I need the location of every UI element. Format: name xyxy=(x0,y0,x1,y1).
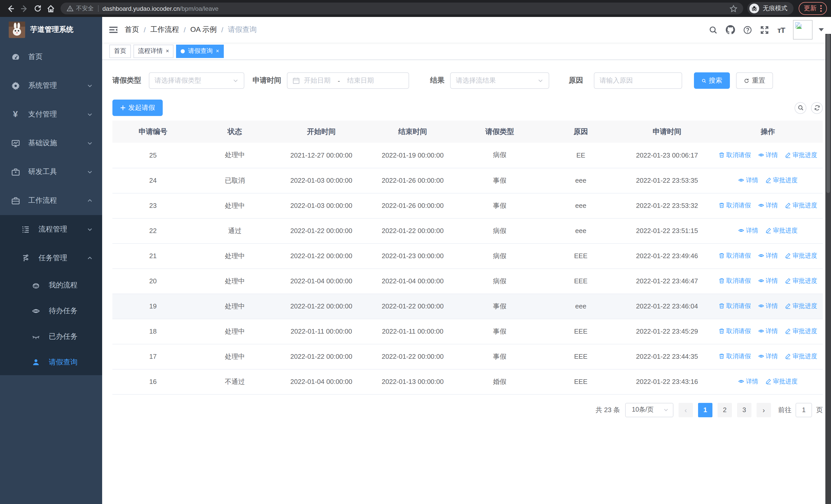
detail-link[interactable]: 详情 xyxy=(758,352,778,361)
detail-link[interactable]: 详情 xyxy=(758,201,778,210)
approval-progress-link[interactable]: 审批进度 xyxy=(785,251,817,260)
col-leave-type: 请假类型 xyxy=(459,121,541,143)
next-page-button[interactable]: › xyxy=(756,403,771,417)
cancel-leave-link[interactable]: 取消请假 xyxy=(719,251,751,260)
reason-input[interactable]: 请输入原因 xyxy=(594,72,682,89)
detail-link[interactable]: 详情 xyxy=(738,377,758,386)
avatar[interactable] xyxy=(793,20,812,39)
browser-scrollbar[interactable] xyxy=(825,34,831,504)
sidebar-item-system[interactable]: 系统管理 xyxy=(0,71,102,100)
create-leave-button[interactable]: 发起请假 xyxy=(112,99,163,116)
sidebar-item-done-tasks[interactable]: 已办任务 xyxy=(0,324,102,350)
breadcrumb-item-home[interactable]: 首页 xyxy=(125,25,139,34)
browser-home-button[interactable] xyxy=(44,2,57,15)
sidebar-item-payment[interactable]: ¥ 支付管理 xyxy=(0,100,102,129)
page-button-1[interactable]: 1 xyxy=(698,403,712,417)
apply-time-range-picker[interactable]: 开始日期 - 结束日期 xyxy=(287,72,409,89)
cell-end-time: 2022-01-13 00:00:00 xyxy=(367,369,459,394)
sidebar-item-task-management[interactable]: 任务管理 xyxy=(0,244,102,272)
sidebar-item-workflow[interactable]: 工作流程 xyxy=(0,186,102,215)
detail-link[interactable]: 详情 xyxy=(738,226,758,235)
sidebar-item-my-process[interactable]: 我的流程 xyxy=(0,272,102,298)
cancel-leave-link[interactable]: 取消请假 xyxy=(719,277,751,285)
update-label: 更新 xyxy=(804,4,816,13)
sidebar-item-todo-tasks[interactable]: 待办任务 xyxy=(0,298,102,324)
sidebar-item-home[interactable]: 首页 xyxy=(0,42,102,71)
detail-link[interactable]: 详情 xyxy=(738,176,758,185)
help-icon[interactable] xyxy=(744,25,752,34)
browser-reload-button[interactable] xyxy=(31,2,44,15)
refresh-table-button[interactable] xyxy=(811,102,823,114)
eye-icon xyxy=(738,228,744,234)
leave-type-select[interactable]: 请选择请假类型 xyxy=(149,72,244,89)
approval-progress-link[interactable]: 审批进度 xyxy=(785,327,817,336)
pagination-total: 共 23 条 xyxy=(596,405,620,414)
page-button-3[interactable]: 3 xyxy=(737,403,751,417)
tab-leave-query[interactable]: 请假查询 × xyxy=(176,45,224,58)
reset-button[interactable]: 重置 xyxy=(736,72,773,89)
search-icon[interactable] xyxy=(709,25,718,34)
avatar-dropdown-caret[interactable] xyxy=(819,28,824,31)
tab-home[interactable]: 首页 xyxy=(109,45,131,58)
detail-link[interactable]: 详情 xyxy=(758,302,778,310)
approval-progress-link[interactable]: 审批进度 xyxy=(765,377,798,386)
approval-progress-link[interactable]: 审批进度 xyxy=(785,201,817,210)
sidebar-item-label: 首页 xyxy=(28,52,42,62)
tab-process-detail[interactable]: 流程详情 × xyxy=(134,45,174,58)
search-button[interactable]: 搜索 xyxy=(694,72,730,89)
browser-menu-icon[interactable] xyxy=(820,5,822,12)
sidebar-collapse-icon[interactable] xyxy=(102,17,125,42)
detail-link[interactable]: 详情 xyxy=(758,251,778,260)
navbar: 首页 / 工作流程 / OA 示例 / 请假查询 ᴛT xyxy=(102,17,831,42)
pen-icon xyxy=(785,203,791,209)
prev-page-button[interactable]: ‹ xyxy=(679,403,693,417)
fullscreen-icon[interactable] xyxy=(761,25,769,34)
detail-link[interactable]: 详情 xyxy=(758,327,778,336)
cancel-leave-link[interactable]: 取消请假 xyxy=(719,201,751,210)
eye-icon xyxy=(31,307,41,315)
approval-progress-link[interactable]: 审批进度 xyxy=(785,352,817,361)
scrollbar-thumb[interactable] xyxy=(826,34,830,193)
approval-progress-link[interactable]: 审批进度 xyxy=(785,151,817,159)
close-icon[interactable]: × xyxy=(166,48,169,54)
security-indicator[interactable]: 不安全 xyxy=(67,5,94,12)
approval-progress-link[interactable]: 审批进度 xyxy=(785,302,817,310)
table-row: 18 处理中 2022-01-11 00:00:00 2022-01-11 00… xyxy=(112,319,823,344)
col-reason: 原因 xyxy=(541,121,621,143)
page-button-2[interactable]: 2 xyxy=(718,403,732,417)
font-size-icon[interactable]: ᴛT xyxy=(777,25,785,34)
eye-icon xyxy=(758,353,764,359)
close-icon[interactable]: × xyxy=(216,48,219,54)
breadcrumb-item-oa-example[interactable]: OA 示例 xyxy=(191,25,217,34)
address-bar[interactable]: 不安全 dashboard.yudao.iocoder.cn/bpm/oa/le… xyxy=(61,3,743,14)
toggle-search-button[interactable] xyxy=(795,102,806,114)
detail-link[interactable]: 详情 xyxy=(758,151,778,159)
chevron-down-icon xyxy=(537,78,544,84)
github-icon[interactable] xyxy=(726,25,735,34)
breadcrumb-item-workflow[interactable]: 工作流程 xyxy=(150,25,179,34)
sidebar-item-infrastructure[interactable]: 基础设施 xyxy=(0,129,102,157)
cancel-leave-link[interactable]: 取消请假 xyxy=(719,327,751,336)
cell-actions: 取消请假 详情 审批进度 xyxy=(713,294,823,319)
leave-type-placeholder: 请选择请假类型 xyxy=(154,76,201,85)
detail-link[interactable]: 详情 xyxy=(758,277,778,285)
cell-end-time: 2022-01-26 00:00:00 xyxy=(367,193,459,218)
eye-icon xyxy=(738,177,744,183)
browser-forward-button[interactable] xyxy=(18,2,31,15)
sidebar-item-devtools[interactable]: 研发工具 xyxy=(0,157,102,186)
page-size-select[interactable]: 10条/页 xyxy=(625,403,674,417)
cancel-leave-link[interactable]: 取消请假 xyxy=(719,352,751,361)
browser-back-button[interactable] xyxy=(4,2,18,15)
cancel-leave-link[interactable]: 取消请假 xyxy=(719,151,751,159)
browser-update-button[interactable]: 更新 xyxy=(799,2,827,15)
result-select[interactable]: 请选择流结果 xyxy=(450,72,549,89)
goto-page-input[interactable]: 1 xyxy=(796,403,812,417)
approval-progress-link[interactable]: 审批进度 xyxy=(765,176,798,185)
approval-progress-link[interactable]: 审批进度 xyxy=(765,226,798,235)
sidebar-item-process-management[interactable]: 流程管理 xyxy=(0,215,102,244)
sidebar-item-leave-query[interactable]: 请假查询 xyxy=(0,350,102,375)
approval-progress-link[interactable]: 审批进度 xyxy=(785,277,817,285)
bookmark-star-icon[interactable] xyxy=(726,4,741,12)
cancel-leave-link[interactable]: 取消请假 xyxy=(719,302,751,310)
cell-reason: eee xyxy=(541,294,621,319)
